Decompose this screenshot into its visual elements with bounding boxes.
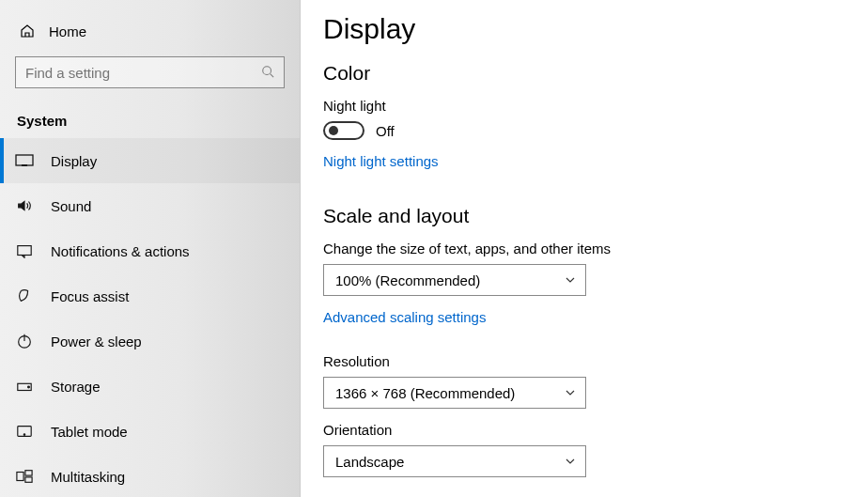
notifications-icon — [15, 241, 34, 260]
sidebar-item-label: Power & sleep — [51, 334, 142, 349]
color-section: Color Night light Off Night light settin… — [323, 62, 868, 188]
sidebar-item-focus-assist[interactable]: Focus assist — [0, 273, 300, 318]
scale-value: 100% (Recommended) — [335, 272, 480, 288]
svg-rect-13 — [25, 477, 32, 482]
scale-label: Change the size of text, apps, and other… — [323, 241, 868, 256]
sidebar-item-label: Storage — [51, 379, 101, 395]
svg-rect-4 — [18, 246, 31, 256]
focus-assist-icon — [15, 287, 34, 305]
sidebar-item-tablet-mode[interactable]: Tablet mode — [0, 409, 300, 454]
scale-dropdown[interactable]: 100% (Recommended) — [323, 264, 586, 296]
sidebar-item-label: Display — [51, 153, 97, 169]
chevron-down-icon — [565, 274, 576, 286]
sidebar-item-storage[interactable]: Storage — [0, 364, 300, 409]
resolution-value: 1366 × 768 (Recommended) — [335, 385, 515, 401]
svg-point-8 — [28, 386, 30, 388]
scale-heading: Scale and layout — [323, 205, 868, 227]
scale-layout-section: Scale and layout Change the size of text… — [323, 205, 868, 477]
sound-icon — [15, 196, 34, 215]
svg-rect-11 — [17, 473, 23, 481]
display-icon — [15, 151, 34, 170]
svg-rect-2 — [16, 155, 33, 165]
sidebar-item-label: Notifications & actions — [51, 243, 190, 259]
home-label: Home — [49, 23, 86, 39]
sidebar-section-title: System — [0, 96, 300, 138]
toggle-knob — [329, 126, 338, 135]
home-nav[interactable]: Home — [0, 17, 300, 45]
advanced-scaling-link[interactable]: Advanced scaling settings — [323, 309, 486, 325]
sidebar-item-display[interactable]: Display — [0, 138, 300, 183]
night-light-toggle[interactable] — [323, 121, 364, 140]
sidebar-item-label: Sound — [51, 198, 91, 214]
svg-rect-12 — [25, 471, 32, 475]
resolution-label: Resolution — [323, 353, 868, 369]
svg-point-10 — [23, 434, 24, 435]
night-light-state: Off — [376, 123, 395, 139]
sidebar-item-label: Tablet mode — [51, 424, 128, 440]
sidebar-item-power-sleep[interactable]: Power & sleep — [0, 318, 300, 364]
tablet-icon — [15, 422, 34, 441]
color-heading: Color — [323, 62, 868, 85]
sidebar: Home System Display Sound Notifications … — [0, 0, 301, 497]
sidebar-item-label: Multitasking — [51, 469, 125, 485]
night-light-toggle-row: Off — [323, 121, 868, 140]
search-icon — [261, 65, 276, 80]
svg-line-1 — [271, 74, 274, 78]
sidebar-item-label: Focus assist — [51, 288, 129, 304]
night-light-settings-link[interactable]: Night light settings — [323, 153, 439, 169]
storage-icon — [15, 377, 34, 396]
page-title: Display — [323, 13, 868, 45]
sidebar-item-multitasking[interactable]: Multitasking — [0, 454, 300, 497]
home-icon — [19, 23, 36, 39]
chevron-down-icon — [565, 387, 576, 398]
sidebar-item-sound[interactable]: Sound — [0, 183, 300, 228]
nav-list: Display Sound Notifications & actions Fo… — [0, 138, 300, 497]
sidebar-item-notifications[interactable]: Notifications & actions — [0, 228, 300, 273]
main-content: Display Color Night light Off Night ligh… — [301, 0, 868, 497]
multitasking-icon — [15, 467, 34, 486]
night-light-label: Night light — [323, 98, 868, 114]
resolution-dropdown[interactable]: 1366 × 768 (Recommended) — [323, 377, 586, 409]
svg-point-0 — [263, 67, 271, 75]
power-icon — [15, 332, 34, 350]
orientation-label: Orientation — [323, 422, 868, 438]
search-wrap — [0, 45, 300, 96]
search-box[interactable] — [15, 56, 285, 88]
chevron-down-icon — [565, 456, 576, 467]
search-input[interactable] — [25, 65, 261, 81]
orientation-dropdown[interactable]: Landscape — [323, 445, 586, 477]
orientation-value: Landscape — [335, 454, 404, 470]
